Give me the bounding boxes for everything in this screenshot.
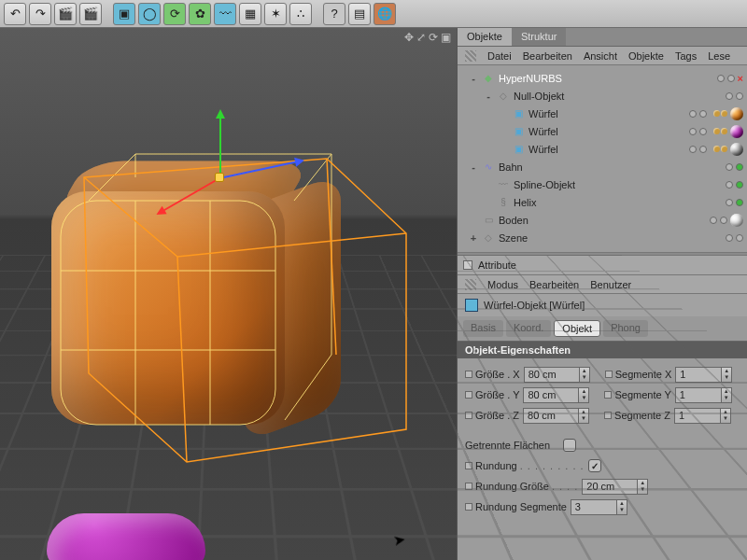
layer-dots[interactable] (726, 234, 743, 242)
om-menu-more[interactable]: Lese (708, 50, 730, 62)
hierarchy-label[interactable]: Spline-Objekt (514, 179, 616, 190)
hierarchy-row[interactable]: §Helix (461, 193, 743, 211)
bezier-button[interactable]: 〰 (214, 3, 236, 25)
hierarchy-row[interactable]: -∿Bahn (461, 158, 743, 175)
null-icon: ◇ (497, 90, 510, 103)
helix-icon: § (497, 196, 510, 209)
layer-dots[interactable] (689, 107, 743, 120)
cube-icon: ▣ (512, 143, 525, 156)
hierarchy-label[interactable]: Würfel (529, 126, 631, 137)
om-menu-tags[interactable]: Tags (675, 50, 697, 62)
primitive-cube-button[interactable]: ▣ (113, 3, 135, 25)
om-menu: Datei Bearbeiten Ansicht Objekte Tags Le… (458, 47, 747, 65)
hierarchy-row[interactable]: -◇Null-Objekt (461, 87, 743, 105)
purple-object[interactable] (47, 513, 205, 560)
viewport[interactable]: ✥ ⤢ ⟳ ▣ ➤ (0, 28, 458, 560)
expand-toggle[interactable]: - (484, 91, 493, 102)
hierarchy-row[interactable]: -◆HyperNURBS× (461, 69, 743, 87)
hierarchy-row[interactable]: ▭Boden (461, 211, 743, 229)
object-hierarchy[interactable]: -◆HyperNURBS×-◇Null-Objekt▣Würfel▣Würfel… (458, 65, 747, 252)
layer-dots[interactable]: × (717, 73, 743, 84)
hierarchy-row[interactable]: 〰Spline-Objekt (461, 175, 743, 193)
hierarchy-label[interactable]: Helix (514, 197, 616, 208)
expand-toggle[interactable]: + (469, 232, 478, 244)
hierarchy-row[interactable]: ▣Würfel (461, 105, 743, 122)
cube-icon: ▣ (512, 107, 525, 120)
cube-icon (465, 299, 478, 312)
axis-y[interactable] (219, 112, 221, 177)
vp-zoom-icon[interactable]: ⤢ (416, 31, 426, 44)
help-button[interactable]: ? (323, 3, 345, 25)
null-icon: ◇ (482, 231, 495, 245)
main-toolbar: ↶ ↷ 🎬 🎬 ▣ ◯ ⟳ ✿ 〰 ▦ ✶ ∴ ? ▤ 🌐 (0, 0, 747, 28)
close-icon[interactable]: × (738, 73, 743, 84)
layer-dots[interactable] (689, 143, 743, 156)
globe-button[interactable]: 🌐 (374, 3, 396, 25)
tag-icons[interactable] (713, 146, 727, 152)
redo-button[interactable]: ↷ (29, 3, 51, 25)
hierarchy-row[interactable]: ▣Würfel (461, 140, 743, 158)
vp-move-icon[interactable]: ✥ (404, 31, 414, 44)
om-menu-edit[interactable]: Bearbeiten (523, 50, 572, 62)
panel-grip-icon[interactable] (465, 50, 476, 62)
material-ball-orange[interactable] (730, 107, 743, 120)
spline-icon: ∿ (482, 161, 495, 174)
axis-center[interactable] (215, 173, 224, 182)
particles-button[interactable]: ∴ (289, 3, 312, 25)
layer-dots[interactable] (726, 163, 743, 171)
tag-icons[interactable] (713, 128, 727, 134)
layer-dots[interactable] (726, 199, 743, 206)
hierarchy-label[interactable]: Würfel (529, 144, 631, 155)
floor-icon: ▭ (482, 214, 495, 227)
sweep-button[interactable]: ⟳ (163, 3, 186, 25)
scatter-button[interactable]: ✶ (264, 3, 287, 25)
selection-bounds (37, 93, 430, 467)
clapper-b-button[interactable]: 🎬 (79, 3, 102, 25)
layer-dots[interactable] (710, 214, 743, 227)
om-menu-objects[interactable]: Objekte (628, 50, 664, 62)
expand-toggle[interactable]: - (469, 73, 478, 84)
spline2-icon: 〰 (497, 178, 510, 191)
hierarchy-label[interactable]: Würfel (529, 108, 631, 119)
hierarchy-label[interactable]: Null-Objekt (514, 91, 616, 102)
hierarchy-row[interactable]: ▣Würfel (461, 122, 743, 140)
hierarchy-label[interactable]: Boden (499, 215, 601, 226)
spreadsheet-button[interactable]: ▤ (348, 3, 371, 25)
tab-structure[interactable]: Struktur (512, 28, 567, 46)
layer-dots[interactable] (726, 181, 743, 189)
material-ball-purple[interactable] (730, 125, 743, 138)
om-menu-view[interactable]: Ansicht (584, 50, 617, 62)
hierarchy-label[interactable]: Bahn (499, 161, 601, 173)
clapper-a-button[interactable]: 🎬 (54, 3, 77, 25)
hn-icon: ◆ (482, 72, 495, 85)
om-tabs: Objekte Struktur (458, 28, 747, 47)
om-menu-file[interactable]: Datei (487, 50, 512, 62)
viewport-nav-icons: ✥ ⤢ ⟳ ▣ (404, 31, 451, 44)
hierarchy-row[interactable]: +◇Szene (461, 229, 743, 246)
material-ball-grey[interactable] (730, 143, 743, 156)
array-button[interactable]: ▦ (239, 3, 261, 25)
layer-dots[interactable] (689, 125, 743, 138)
expand-toggle[interactable]: - (469, 161, 478, 173)
material-ball-white[interactable] (730, 214, 743, 227)
cube-icon: ▣ (512, 125, 525, 138)
flower-button[interactable]: ✿ (189, 3, 211, 25)
layer-dots[interactable] (726, 92, 743, 100)
torus-button[interactable]: ◯ (138, 3, 161, 25)
tag-icons[interactable] (713, 110, 727, 117)
tab-objects[interactable]: Objekte (458, 28, 512, 46)
hierarchy-label[interactable]: HyperNURBS (499, 73, 601, 84)
hierarchy-label[interactable]: Szene (499, 232, 601, 244)
vp-maximize-icon[interactable]: ▣ (441, 31, 451, 44)
undo-button[interactable]: ↶ (4, 3, 26, 25)
vp-rotate-icon[interactable]: ⟳ (429, 31, 438, 44)
